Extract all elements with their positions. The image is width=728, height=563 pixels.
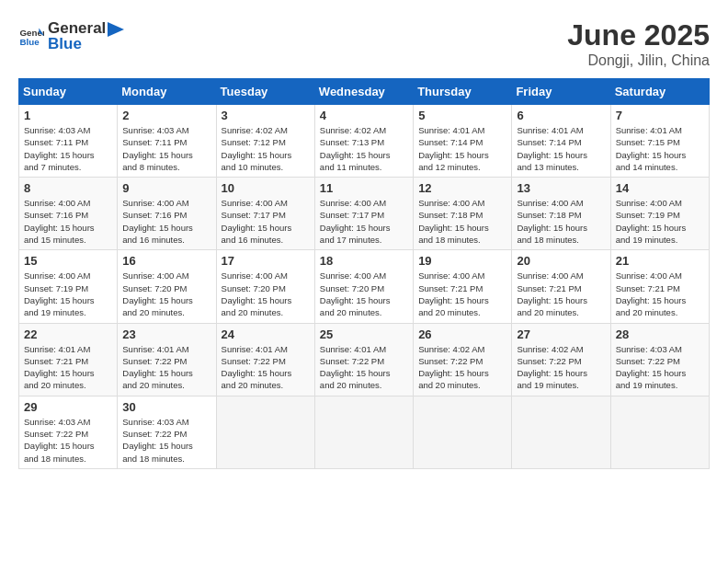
weekday-header-saturday: Saturday [610, 79, 709, 105]
calendar-cell: 26 Sunrise: 4:02 AM Sunset: 7:22 PM Dayl… [414, 323, 512, 396]
day-number: 9 [122, 181, 210, 195]
calendar-cell: 27 Sunrise: 4:02 AM Sunset: 7:22 PM Dayl… [512, 323, 610, 396]
day-number: 27 [517, 327, 605, 341]
location-title: Dongji, Jilin, China [567, 52, 710, 69]
day-number: 24 [222, 327, 310, 341]
day-info: Sunrise: 4:00 AM Sunset: 7:16 PM Dayligh… [24, 197, 112, 246]
day-info: Sunrise: 4:01 AM Sunset: 7:15 PM Dayligh… [616, 124, 704, 173]
calendar-cell: 6 Sunrise: 4:01 AM Sunset: 7:14 PM Dayli… [512, 105, 610, 178]
calendar-cell: 10 Sunrise: 4:00 AM Sunset: 7:17 PM Dayl… [216, 178, 314, 250]
calendar-cell: 23 Sunrise: 4:01 AM Sunset: 7:22 PM Dayl… [118, 323, 216, 396]
week-row-1: 1 Sunrise: 4:03 AM Sunset: 7:11 PM Dayli… [19, 105, 710, 178]
day-info: Sunrise: 4:00 AM Sunset: 7:19 PM Dayligh… [616, 197, 704, 246]
weekday-header-monday: Monday [118, 79, 216, 105]
calendar-cell: 4 Sunrise: 4:02 AM Sunset: 7:13 PM Dayli… [314, 105, 413, 178]
calendar-cell: 29 Sunrise: 4:03 AM Sunset: 7:22 PM Dayl… [19, 396, 118, 468]
day-number: 3 [222, 109, 310, 122]
weekday-header-sunday: Sunday [19, 79, 118, 105]
day-number: 6 [517, 109, 605, 122]
day-number: 1 [24, 109, 112, 122]
day-info: Sunrise: 4:02 AM Sunset: 7:13 PM Dayligh… [320, 124, 408, 173]
weekday-header-friday: Friday [512, 79, 610, 105]
day-number: 2 [122, 109, 210, 122]
day-info: Sunrise: 4:01 AM Sunset: 7:14 PM Dayligh… [517, 124, 605, 173]
day-number: 25 [320, 327, 408, 341]
day-number: 29 [24, 400, 112, 414]
day-info: Sunrise: 4:00 AM Sunset: 7:21 PM Dayligh… [418, 270, 506, 318]
calendar-cell: 30 Sunrise: 4:03 AM Sunset: 7:22 PM Dayl… [118, 396, 216, 468]
calendar-cell: 22 Sunrise: 4:01 AM Sunset: 7:21 PM Dayl… [19, 323, 118, 396]
calendar-cell: 24 Sunrise: 4:01 AM Sunset: 7:22 PM Dayl… [216, 323, 314, 396]
day-number: 10 [222, 181, 310, 195]
day-info: Sunrise: 4:03 AM Sunset: 7:11 PM Dayligh… [24, 124, 112, 173]
calendar-cell [314, 396, 413, 468]
week-row-3: 15 Sunrise: 4:00 AM Sunset: 7:19 PM Dayl… [19, 250, 710, 323]
day-info: Sunrise: 4:00 AM Sunset: 7:20 PM Dayligh… [122, 270, 210, 318]
month-title: June 2025 [567, 18, 710, 52]
week-row-4: 22 Sunrise: 4:01 AM Sunset: 7:21 PM Dayl… [19, 323, 710, 396]
calendar-table: SundayMondayTuesdayWednesdayThursdayFrid… [18, 78, 710, 469]
week-row-2: 8 Sunrise: 4:00 AM Sunset: 7:16 PM Dayli… [19, 178, 710, 250]
svg-text:Blue: Blue [19, 37, 40, 47]
calendar-cell [414, 396, 512, 468]
calendar-cell: 19 Sunrise: 4:00 AM Sunset: 7:21 PM Dayl… [414, 250, 512, 323]
day-info: Sunrise: 4:02 AM Sunset: 7:22 PM Dayligh… [418, 343, 506, 392]
calendar-cell: 8 Sunrise: 4:00 AM Sunset: 7:16 PM Dayli… [19, 178, 118, 250]
day-info: Sunrise: 4:01 AM Sunset: 7:22 PM Dayligh… [222, 343, 310, 392]
weekday-header-tuesday: Tuesday [216, 79, 314, 105]
day-number: 14 [616, 181, 704, 195]
day-info: Sunrise: 4:00 AM Sunset: 7:16 PM Dayligh… [122, 197, 210, 246]
calendar-cell: 12 Sunrise: 4:00 AM Sunset: 7:18 PM Dayl… [414, 178, 512, 250]
day-info: Sunrise: 4:02 AM Sunset: 7:12 PM Dayligh… [222, 124, 310, 173]
day-number: 4 [320, 109, 408, 122]
day-number: 8 [24, 181, 112, 195]
day-number: 28 [616, 327, 704, 341]
day-info: Sunrise: 4:00 AM Sunset: 7:20 PM Dayligh… [222, 270, 310, 318]
svg-marker-3 [108, 22, 124, 37]
day-number: 17 [222, 254, 310, 268]
day-info: Sunrise: 4:03 AM Sunset: 7:22 PM Dayligh… [24, 416, 112, 465]
day-number: 23 [122, 327, 210, 341]
day-number: 7 [616, 109, 704, 122]
day-number: 5 [418, 109, 506, 122]
day-info: Sunrise: 4:03 AM Sunset: 7:22 PM Dayligh… [616, 343, 704, 392]
calendar-cell: 28 Sunrise: 4:03 AM Sunset: 7:22 PM Dayl… [610, 323, 709, 396]
calendar-cell [216, 396, 314, 468]
day-number: 20 [517, 254, 605, 268]
weekday-header-wednesday: Wednesday [314, 79, 413, 105]
calendar-cell: 18 Sunrise: 4:00 AM Sunset: 7:20 PM Dayl… [314, 250, 413, 323]
day-number: 30 [122, 400, 210, 414]
day-number: 26 [418, 327, 506, 341]
day-info: Sunrise: 4:00 AM Sunset: 7:18 PM Dayligh… [418, 197, 506, 246]
calendar-cell: 2 Sunrise: 4:03 AM Sunset: 7:11 PM Dayli… [118, 105, 216, 178]
calendar-cell [610, 396, 709, 468]
day-info: Sunrise: 4:01 AM Sunset: 7:14 PM Dayligh… [418, 124, 506, 173]
day-number: 21 [616, 254, 704, 268]
calendar-cell: 16 Sunrise: 4:00 AM Sunset: 7:20 PM Dayl… [118, 250, 216, 323]
calendar-cell: 3 Sunrise: 4:02 AM Sunset: 7:12 PM Dayli… [216, 105, 314, 178]
weekday-header-row: SundayMondayTuesdayWednesdayThursdayFrid… [19, 79, 710, 105]
day-info: Sunrise: 4:01 AM Sunset: 7:22 PM Dayligh… [320, 343, 408, 392]
calendar-cell: 17 Sunrise: 4:00 AM Sunset: 7:20 PM Dayl… [216, 250, 314, 323]
calendar-cell: 7 Sunrise: 4:01 AM Sunset: 7:15 PM Dayli… [610, 105, 709, 178]
day-number: 12 [418, 181, 506, 195]
day-info: Sunrise: 4:00 AM Sunset: 7:21 PM Dayligh… [517, 270, 605, 318]
calendar-cell: 15 Sunrise: 4:00 AM Sunset: 7:19 PM Dayl… [19, 250, 118, 323]
day-info: Sunrise: 4:01 AM Sunset: 7:22 PM Dayligh… [122, 343, 210, 392]
calendar-cell: 13 Sunrise: 4:00 AM Sunset: 7:18 PM Dayl… [512, 178, 610, 250]
day-number: 16 [122, 254, 210, 268]
day-info: Sunrise: 4:00 AM Sunset: 7:17 PM Dayligh… [222, 197, 310, 246]
day-info: Sunrise: 4:01 AM Sunset: 7:21 PM Dayligh… [24, 343, 112, 392]
day-info: Sunrise: 4:00 AM Sunset: 7:19 PM Dayligh… [24, 270, 112, 318]
calendar-cell: 11 Sunrise: 4:00 AM Sunset: 7:17 PM Dayl… [314, 178, 413, 250]
logo-arrow-icon [108, 18, 124, 39]
calendar-cell: 9 Sunrise: 4:00 AM Sunset: 7:16 PM Dayli… [118, 178, 216, 250]
day-info: Sunrise: 4:03 AM Sunset: 7:22 PM Dayligh… [122, 416, 210, 465]
day-number: 11 [320, 181, 408, 195]
day-number: 19 [418, 254, 506, 268]
day-info: Sunrise: 4:02 AM Sunset: 7:22 PM Dayligh… [517, 343, 605, 392]
day-info: Sunrise: 4:03 AM Sunset: 7:11 PM Dayligh… [122, 124, 210, 173]
logo: General Blue General Blue [18, 18, 124, 53]
calendar-cell: 14 Sunrise: 4:00 AM Sunset: 7:19 PM Dayl… [610, 178, 709, 250]
logo-icon: General Blue [18, 23, 44, 49]
